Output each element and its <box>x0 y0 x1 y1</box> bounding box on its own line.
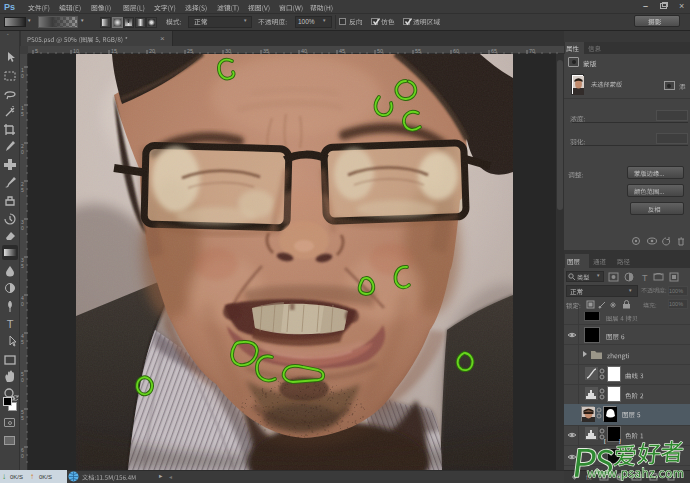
svg-text:50: 50 <box>377 48 383 54</box>
svg-text:55: 55 <box>415 48 421 54</box>
svg-text:35: 35 <box>263 48 269 54</box>
svg-text:20: 20 <box>149 48 155 54</box>
svg-text:5: 5 <box>21 263 24 269</box>
svg-text:0: 0 <box>21 225 24 231</box>
svg-text:5: 5 <box>21 415 24 421</box>
svg-text:0: 0 <box>21 149 24 155</box>
svg-text:10: 10 <box>73 48 79 54</box>
svg-text:5: 5 <box>35 48 38 54</box>
svg-text:T: T <box>642 273 648 283</box>
svg-text:15: 15 <box>111 48 117 54</box>
svg-text:0: 0 <box>21 377 24 383</box>
svg-text:25: 25 <box>187 48 193 54</box>
svg-text:65: 65 <box>491 48 497 54</box>
svg-text:5: 5 <box>21 187 24 193</box>
svg-text:70: 70 <box>529 48 535 54</box>
svg-text:45: 45 <box>339 48 345 54</box>
svg-text:0: 0 <box>21 73 24 79</box>
svg-text:30: 30 <box>225 48 231 54</box>
svg-text:5: 5 <box>21 111 24 117</box>
svg-text:0: 0 <box>21 453 24 459</box>
svg-text:0: 0 <box>21 301 24 307</box>
svg-text:5: 5 <box>21 339 24 345</box>
svg-text:60: 60 <box>453 48 459 54</box>
svg-text:40: 40 <box>301 48 307 54</box>
